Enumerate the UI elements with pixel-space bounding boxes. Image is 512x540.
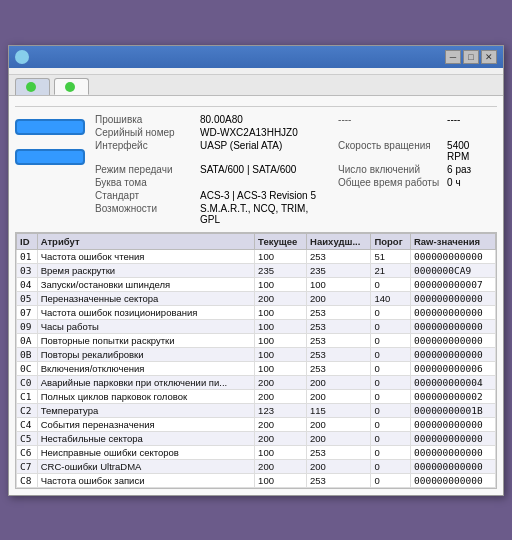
attr-threshold: 0 xyxy=(371,403,411,417)
menu-file[interactable] xyxy=(13,70,21,72)
info-value: S.M.A.R.T., NCQ, TRIM, GPL xyxy=(196,202,332,226)
attr-name: Аварийные парковки при отключении пи... xyxy=(37,375,254,389)
attr-id: C0 xyxy=(17,375,38,389)
attr-name: Полных циклов парковок головок xyxy=(37,389,254,403)
attr-current: 235 xyxy=(255,263,307,277)
menu-view[interactable] xyxy=(61,70,69,72)
attr-id: 0A xyxy=(17,333,38,347)
attr-raw: 000000000000 xyxy=(410,417,495,431)
attr-worst: 253 xyxy=(307,445,371,459)
attr-raw: 000000000000 xyxy=(410,473,495,487)
disk-tab-0[interactable] xyxy=(15,78,50,95)
info-value xyxy=(196,176,332,189)
minimize-button[interactable]: ─ xyxy=(445,50,461,64)
attributes-table: IDАтрибутТекущееНаихудш...ПорогRaw-значе… xyxy=(16,233,496,488)
attr-current: 200 xyxy=(255,417,307,431)
attr-current: 200 xyxy=(255,375,307,389)
attr-col-header: Наихудш... xyxy=(307,233,371,249)
attr-threshold: 0 xyxy=(371,445,411,459)
attr-name: Нестабильные сектора xyxy=(37,431,254,445)
app-icon xyxy=(15,50,29,64)
table-row: 0A Повторные попытки раскрутки 100 253 0… xyxy=(17,333,496,347)
attr-id: 07 xyxy=(17,305,38,319)
main-window: ─ □ ✕ xyxy=(8,45,504,496)
menu-language[interactable] xyxy=(109,70,117,72)
table-row: C1 Полных циклов парковок головок 200 20… xyxy=(17,389,496,403)
attr-name: Переназначенные сектора xyxy=(37,291,254,305)
attr-id: 03 xyxy=(17,263,38,277)
attr-worst: 200 xyxy=(307,431,371,445)
main-content: Прошивка 80.00A80 ---- ---- Серийный ном… xyxy=(9,96,503,495)
attr-id: C1 xyxy=(17,389,38,403)
status-panel xyxy=(15,113,85,226)
table-row: C7 CRC-ошибки UltraDMA 200 200 0 0000000… xyxy=(17,459,496,473)
status-good-badge xyxy=(15,119,85,135)
attr-raw: 000000000004 xyxy=(410,375,495,389)
attr-threshold: 0 xyxy=(371,473,411,487)
attr-current: 100 xyxy=(255,445,307,459)
attr-raw: 000000000000 xyxy=(410,249,495,263)
attr-id: C6 xyxy=(17,445,38,459)
menu-edit[interactable] xyxy=(29,70,37,72)
attr-current: 100 xyxy=(255,319,307,333)
attr-worst: 253 xyxy=(307,361,371,375)
attr-worst: 115 xyxy=(307,403,371,417)
info-label: Интерфейс xyxy=(91,139,196,163)
attr-threshold: 21 xyxy=(371,263,411,277)
attr-col-header: Атрибут xyxy=(37,233,254,249)
info-extra1: ---- xyxy=(332,113,443,126)
info-row: Буква тома Общее время работы 0 ч xyxy=(91,176,497,189)
info-row: Прошивка 80.00A80 ---- ---- xyxy=(91,113,497,126)
attr-current: 100 xyxy=(255,473,307,487)
attr-name: CRC-ошибки UltraDMA xyxy=(37,459,254,473)
attr-id: 01 xyxy=(17,249,38,263)
close-button[interactable]: ✕ xyxy=(481,50,497,64)
attr-threshold: 0 xyxy=(371,361,411,375)
table-row: C6 Неисправные ошибки секторов 100 253 0… xyxy=(17,445,496,459)
attr-name: Неисправные ошибки секторов xyxy=(37,445,254,459)
menu-service[interactable] xyxy=(45,70,53,72)
attr-name: Повторные попытки раскрутки xyxy=(37,333,254,347)
attr-worst: 253 xyxy=(307,249,371,263)
menu-disk[interactable] xyxy=(77,70,85,72)
disk-tab-1[interactable] xyxy=(54,78,89,95)
drive-title xyxy=(15,102,497,107)
attr-id: C7 xyxy=(17,459,38,473)
table-row: C8 Частота ошибок записи 100 253 0 00000… xyxy=(17,473,496,487)
table-row: 03 Время раскрутки 235 235 21 0000000CA9 xyxy=(17,263,496,277)
attr-threshold: 0 xyxy=(371,333,411,347)
attr-name: Включения/отключения xyxy=(37,361,254,375)
info-row: Интерфейс UASP (Serial ATA) Скорость вра… xyxy=(91,139,497,163)
attr-raw: 000000000000 xyxy=(410,319,495,333)
attr-worst: 253 xyxy=(307,347,371,361)
info-table: Прошивка 80.00A80 ---- ---- Серийный ном… xyxy=(91,113,497,226)
table-row: C5 Нестабильные сектора 200 200 0 000000… xyxy=(17,431,496,445)
attr-worst: 200 xyxy=(307,459,371,473)
attr-current: 123 xyxy=(255,403,307,417)
attr-current: 200 xyxy=(255,431,307,445)
attr-raw: 000000000000 xyxy=(410,291,495,305)
table-row: C4 События переназначения 200 200 0 0000… xyxy=(17,417,496,431)
attr-current: 200 xyxy=(255,389,307,403)
menu-bar xyxy=(9,68,503,75)
info-row: Возможности S.M.A.R.T., NCQ, TRIM, GPL xyxy=(91,202,497,226)
title-controls: ─ □ ✕ xyxy=(445,50,497,64)
attr-col-header: Текущее xyxy=(255,233,307,249)
table-row: 05 Переназначенные сектора 200 200 140 0… xyxy=(17,291,496,305)
tab-status-icon-0 xyxy=(26,82,36,92)
attr-col-header: Порог xyxy=(371,233,411,249)
attr-id: C4 xyxy=(17,417,38,431)
attr-threshold: 0 xyxy=(371,375,411,389)
temp-display xyxy=(15,149,85,165)
attr-raw: 0000000CA9 xyxy=(410,263,495,277)
menu-help[interactable] xyxy=(93,70,101,72)
maximize-button[interactable]: □ xyxy=(463,50,479,64)
table-row: 0C Включения/отключения 100 253 0 000000… xyxy=(17,361,496,375)
info-extra2: 5400 RPM xyxy=(443,139,497,163)
attr-worst: 200 xyxy=(307,389,371,403)
attr-raw: 000000000000 xyxy=(410,305,495,319)
info-row: Режим передачи SATA/600 | SATA/600 Число… xyxy=(91,163,497,176)
info-section: Прошивка 80.00A80 ---- ---- Серийный ном… xyxy=(15,113,497,226)
info-extra2 xyxy=(443,126,497,139)
attr-id: C8 xyxy=(17,473,38,487)
